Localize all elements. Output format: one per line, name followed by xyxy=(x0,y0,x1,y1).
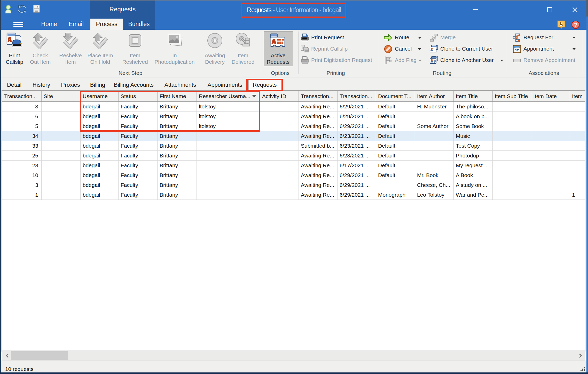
svg-text:12: 12 xyxy=(515,48,519,52)
svg-text:?: ? xyxy=(574,22,577,28)
